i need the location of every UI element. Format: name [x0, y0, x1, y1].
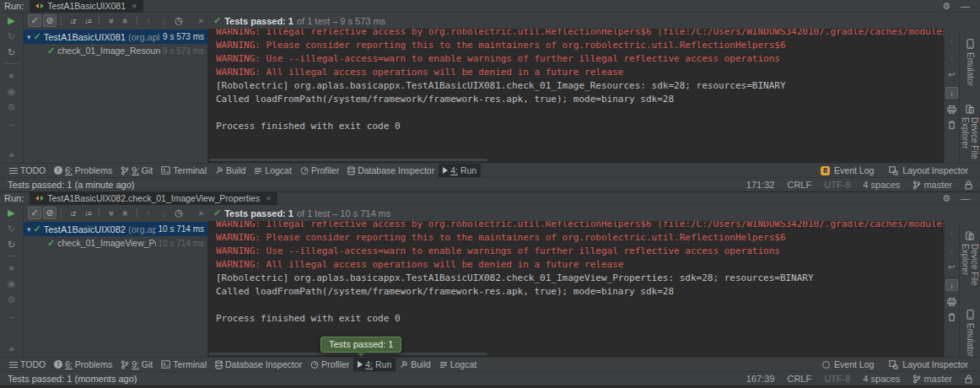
scroll-to-end-icon[interactable] — [945, 87, 958, 99]
toolwindow-problems[interactable]: 6: Problems — [50, 164, 116, 177]
file-encoding[interactable]: UTF-8 — [824, 374, 850, 384]
rerun-icon[interactable] — [8, 207, 14, 218]
line-ending[interactable]: CRLF — [787, 180, 811, 190]
caret-position[interactable]: 167:39 — [746, 374, 775, 384]
collapse-all-icon[interactable] — [119, 14, 132, 27]
device-file-explorer-stripe-button[interactable]: Device File Explorer — [961, 231, 979, 291]
toolwindow-build[interactable]: Build — [396, 358, 434, 371]
rerun-failed-icon[interactable] — [8, 224, 15, 234]
more-icon[interactable] — [9, 150, 14, 160]
sort-by-duration-icon[interactable] — [81, 207, 94, 219]
rerun-icon[interactable] — [8, 15, 14, 25]
test-case-row[interactable]: check_01_Image_Resources 9 s 573 ms — [24, 44, 207, 57]
import-test-results-icon[interactable] — [7, 118, 16, 128]
emulator-stripe-button[interactable]: Emulator — [966, 310, 975, 357]
toolwindow-logcat[interactable]: Logcat — [250, 164, 296, 177]
sort-alphabetically-icon[interactable] — [66, 14, 79, 27]
sort-by-duration-icon[interactable] — [81, 14, 94, 27]
screenshot-icon[interactable] — [8, 278, 16, 288]
chevron-down-icon[interactable] — [27, 33, 31, 41]
next-failed-test-icon[interactable] — [157, 14, 170, 27]
run-tab[interactable]: TestA1BasicUIX081 — [30, 0, 143, 13]
close-icon[interactable] — [266, 194, 271, 203]
chevron-down-icon[interactable] — [27, 225, 31, 234]
test-history-icon[interactable] — [172, 14, 186, 27]
next-failed-test-icon[interactable] — [157, 207, 170, 219]
close-icon[interactable] — [132, 2, 137, 11]
test-case-row[interactable]: check_01_ImageView_Properties 10 s 714 m… — [24, 236, 207, 250]
test-settings-icon[interactable] — [8, 294, 16, 304]
layout-inspector-button[interactable]: Layout Inspector — [889, 359, 968, 369]
test-suite-row[interactable]: TestA1BasicUIX081 (org.aplas.basica 9 s … — [24, 30, 207, 44]
layout-inspector-button[interactable]: Layout Inspector — [889, 165, 968, 175]
console-output[interactable]: WARNING: Illegal reflective access by or… — [207, 221, 944, 357]
clear-console-icon[interactable] — [948, 121, 956, 129]
toolbar-overflow-icon[interactable] — [198, 208, 203, 218]
previous-failed-test-icon[interactable] — [142, 207, 155, 219]
show-ignored-icon[interactable] — [43, 207, 57, 219]
toolwindow-database-inspector[interactable]: Database Inspector — [211, 358, 306, 371]
run-tab[interactable]: TestA1BasicUIX082.check_01_ImageView_Pro… — [30, 192, 277, 205]
clear-console-icon[interactable] — [948, 313, 956, 321]
sort-alphabetically-icon[interactable] — [66, 207, 79, 219]
toolwindow-run[interactable]: 4: Run — [439, 164, 481, 177]
scroll-up-icon[interactable] — [950, 229, 954, 239]
caret-position[interactable]: 171:32 — [746, 180, 775, 190]
lock-icon[interactable] — [965, 181, 972, 190]
previous-failed-test-icon[interactable] — [142, 14, 155, 27]
print-icon[interactable] — [947, 105, 956, 114]
rerun-failed-icon[interactable] — [8, 31, 15, 41]
toolwindow-terminal[interactable]: Terminal — [157, 164, 211, 177]
test-suite-row[interactable]: TestA1BasicUIX082 (org.aplas.basica 10 s… — [24, 222, 207, 236]
stop-icon[interactable] — [9, 70, 13, 80]
indent-setting[interactable]: 4 spaces — [863, 374, 900, 384]
toolwindow-todo[interactable]: TODO — [5, 164, 50, 177]
scroll-to-end-icon[interactable] — [945, 279, 958, 291]
settings-icon[interactable] — [942, 194, 950, 203]
toggle-auto-test-icon[interactable] — [8, 240, 15, 250]
toolwindow-terminal[interactable]: Terminal — [157, 358, 211, 371]
show-passed-icon[interactable] — [28, 14, 41, 27]
event-log-button[interactable]: Event Log — [822, 359, 874, 369]
test-settings-icon[interactable] — [8, 102, 16, 112]
horizontal-scrollbar[interactable] — [209, 159, 487, 161]
show-ignored-icon[interactable] — [43, 14, 57, 27]
test-history-icon[interactable] — [172, 207, 186, 219]
toolwindow-profiler[interactable]: Profiler — [296, 164, 343, 177]
event-log-button[interactable]: 8Event Log — [821, 165, 874, 175]
screenshot-icon[interactable] — [8, 86, 16, 96]
toolwindow-profiler[interactable]: Profiler — [306, 358, 353, 371]
toolwindow-git[interactable]: 9: Git — [116, 358, 157, 371]
hide-icon[interactable] — [961, 2, 970, 11]
lock-icon[interactable] — [965, 375, 972, 384]
emulator-stripe-button[interactable]: Emulator — [966, 39, 975, 86]
toggle-auto-test-icon[interactable] — [8, 47, 15, 57]
settings-icon[interactable] — [942, 2, 950, 11]
print-icon[interactable] — [947, 298, 956, 306]
show-passed-icon[interactable] — [28, 207, 41, 219]
expand-all-icon[interactable] — [104, 207, 117, 219]
toolwindow-logcat[interactable]: Logcat — [435, 358, 482, 371]
toolwindow-build[interactable]: Build — [211, 164, 250, 177]
soft-wrap-icon[interactable] — [948, 70, 955, 80]
horizontal-scrollbar[interactable] — [209, 353, 487, 355]
expand-all-icon[interactable] — [104, 14, 117, 27]
device-file-explorer-stripe-button[interactable]: Device File Explorer — [961, 105, 979, 163]
toolbar-overflow-icon[interactable] — [198, 16, 203, 25]
git-branch-widget[interactable]: master — [913, 180, 952, 190]
toolwindow-todo[interactable]: TODO — [5, 358, 50, 371]
hide-icon[interactable] — [961, 194, 970, 203]
more-icon[interactable] — [9, 344, 14, 354]
toolwindow-git[interactable]: 9: Git — [116, 164, 157, 177]
git-branch-widget[interactable]: master — [913, 374, 952, 384]
scroll-down-icon[interactable] — [950, 53, 954, 63]
indent-setting[interactable]: 4 spaces — [863, 180, 900, 190]
console-output[interactable]: WARNING: Illegal reflective access by or… — [207, 29, 944, 163]
file-encoding[interactable]: UTF-8 — [824, 180, 850, 190]
collapse-all-icon[interactable] — [119, 207, 132, 219]
scroll-up-icon[interactable] — [950, 36, 954, 46]
toolwindow-run[interactable]: 4: Run — [353, 358, 396, 371]
toolwindow-problems[interactable]: 6: Problems — [50, 358, 116, 371]
line-ending[interactable]: CRLF — [787, 374, 811, 384]
import-test-results-icon[interactable] — [7, 310, 16, 321]
